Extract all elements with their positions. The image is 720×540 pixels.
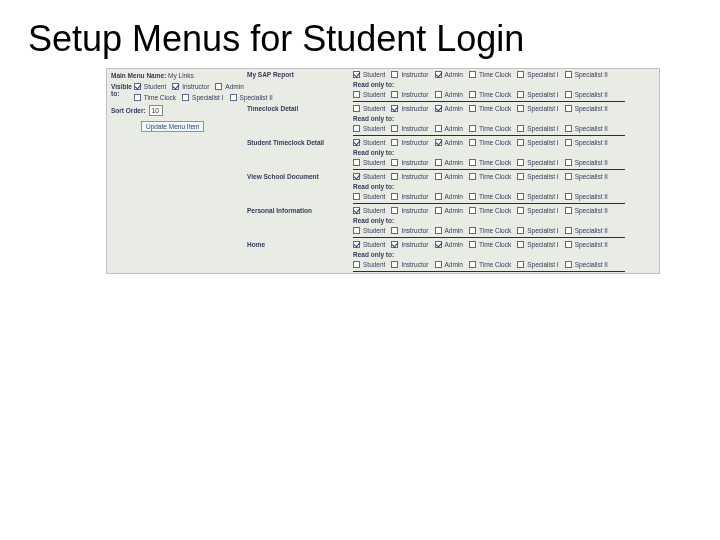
sections-area: My SAP ReportStudentInstructorAdminTime … (243, 69, 659, 273)
checkbox-admin[interactable] (435, 241, 442, 248)
checkbox-time-clock[interactable] (469, 91, 476, 98)
checkbox-admin[interactable] (435, 173, 442, 180)
checkbox-specialist-i[interactable] (517, 193, 524, 200)
checkbox-instructor[interactable] (391, 227, 398, 234)
checkbox-label: Student (362, 125, 389, 132)
checkbox-time-clock[interactable] (469, 241, 476, 248)
checkbox-specialist-i[interactable] (517, 105, 524, 112)
checkbox-specialist-ii[interactable] (565, 207, 572, 214)
checkbox-label: Instructor (400, 207, 432, 214)
read-only-label: Read only to: (353, 148, 629, 157)
checkbox-student[interactable] (353, 159, 360, 166)
checkbox-time-clock[interactable] (469, 125, 476, 132)
checkbox-specialist-ii[interactable] (565, 91, 572, 98)
checkbox-time-clock[interactable] (134, 94, 141, 101)
checkbox-time-clock[interactable] (469, 71, 476, 78)
checkbox-instructor[interactable] (391, 261, 398, 268)
checkbox-specialist-i[interactable] (517, 173, 524, 180)
checkbox-label: Admin (444, 159, 467, 166)
checkbox-instructor[interactable] (391, 159, 398, 166)
section-divider (353, 203, 625, 204)
checkbox-time-clock[interactable] (469, 139, 476, 146)
checkbox-specialist-i[interactable] (517, 139, 524, 146)
checkbox-specialist-ii[interactable] (565, 241, 572, 248)
checkbox-specialist-ii[interactable] (230, 94, 237, 101)
checkbox-label: Time Clock (478, 71, 515, 78)
checkbox-student[interactable] (353, 125, 360, 132)
checkbox-specialist-i[interactable] (517, 91, 524, 98)
checkbox-specialist-ii[interactable] (565, 193, 572, 200)
checkbox-specialist-ii[interactable] (565, 227, 572, 234)
checkbox-specialist-ii[interactable] (565, 125, 572, 132)
checkbox-specialist-ii[interactable] (565, 173, 572, 180)
checkbox-student[interactable] (353, 241, 360, 248)
checkbox-specialist-i[interactable] (182, 94, 189, 101)
checkbox-time-clock[interactable] (469, 227, 476, 234)
checkbox-instructor[interactable] (391, 91, 398, 98)
checkbox-admin[interactable] (435, 207, 442, 214)
checkbox-admin[interactable] (435, 125, 442, 132)
checkbox-specialist-i[interactable] (517, 71, 524, 78)
checkbox-admin[interactable] (435, 139, 442, 146)
checkbox-time-clock[interactable] (469, 105, 476, 112)
checkbox-student[interactable] (353, 193, 360, 200)
menu-section: Student Timeclock DetailStudentInstructo… (243, 137, 659, 171)
checkbox-specialist-ii[interactable] (565, 159, 572, 166)
checkbox-instructor[interactable] (391, 105, 398, 112)
checkbox-admin[interactable] (435, 91, 442, 98)
checkbox-time-clock[interactable] (469, 207, 476, 214)
checkbox-time-clock[interactable] (469, 261, 476, 268)
checkbox-student[interactable] (353, 173, 360, 180)
checkbox-instructor[interactable] (391, 241, 398, 248)
sort-order-input[interactable] (149, 105, 163, 116)
checkbox-instructor[interactable] (391, 173, 398, 180)
checkbox-specialist-i[interactable] (517, 227, 524, 234)
checkbox-specialist-ii[interactable] (565, 139, 572, 146)
checkbox-specialist-i[interactable] (517, 207, 524, 214)
checkbox-admin[interactable] (215, 83, 222, 90)
checkbox-student[interactable] (353, 71, 360, 78)
checkbox-admin[interactable] (435, 193, 442, 200)
checkbox-student[interactable] (353, 227, 360, 234)
checkbox-specialist-ii[interactable] (565, 71, 572, 78)
checkbox-time-clock[interactable] (469, 159, 476, 166)
checkbox-admin[interactable] (435, 105, 442, 112)
checkbox-time-clock[interactable] (469, 193, 476, 200)
checkbox-label: Specialist II (574, 91, 612, 98)
checkbox-admin[interactable] (435, 159, 442, 166)
checkbox-label: Specialist II (574, 193, 612, 200)
checkbox-label: Student (362, 105, 389, 112)
section-name: My SAP Report (243, 69, 353, 80)
section-name: Timeclock Detail (243, 103, 353, 114)
read-only-label: Read only to: (353, 216, 629, 225)
checkbox-label: Specialist II (574, 139, 612, 146)
checkbox-instructor[interactable] (391, 125, 398, 132)
checkbox-label: Specialist I (191, 94, 227, 101)
checkbox-time-clock[interactable] (469, 173, 476, 180)
checkbox-student[interactable] (353, 105, 360, 112)
checkbox-student[interactable] (353, 207, 360, 214)
checkbox-admin[interactable] (435, 71, 442, 78)
checkbox-specialist-i[interactable] (517, 125, 524, 132)
checkbox-label: Admin (444, 125, 467, 132)
checkbox-student[interactable] (353, 91, 360, 98)
checkbox-specialist-i[interactable] (517, 159, 524, 166)
checkbox-specialist-ii[interactable] (565, 105, 572, 112)
checkbox-instructor[interactable] (391, 207, 398, 214)
update-menu-item-button[interactable]: Update Menu Item (141, 121, 204, 132)
checkbox-student[interactable] (134, 83, 141, 90)
checkbox-specialist-i[interactable] (517, 261, 524, 268)
checkbox-instructor[interactable] (172, 83, 179, 90)
checkbox-label: Student (362, 139, 389, 146)
checkbox-specialist-ii[interactable] (565, 261, 572, 268)
checkbox-instructor[interactable] (391, 193, 398, 200)
checkbox-admin[interactable] (435, 227, 442, 234)
checkbox-instructor[interactable] (391, 139, 398, 146)
checkbox-student[interactable] (353, 139, 360, 146)
checkbox-instructor[interactable] (391, 71, 398, 78)
checkbox-label: Specialist II (574, 105, 612, 112)
checkbox-specialist-i[interactable] (517, 241, 524, 248)
checkbox-admin[interactable] (435, 261, 442, 268)
section-roles: StudentInstructorAdminTime ClockSpeciali… (353, 137, 633, 171)
checkbox-student[interactable] (353, 261, 360, 268)
